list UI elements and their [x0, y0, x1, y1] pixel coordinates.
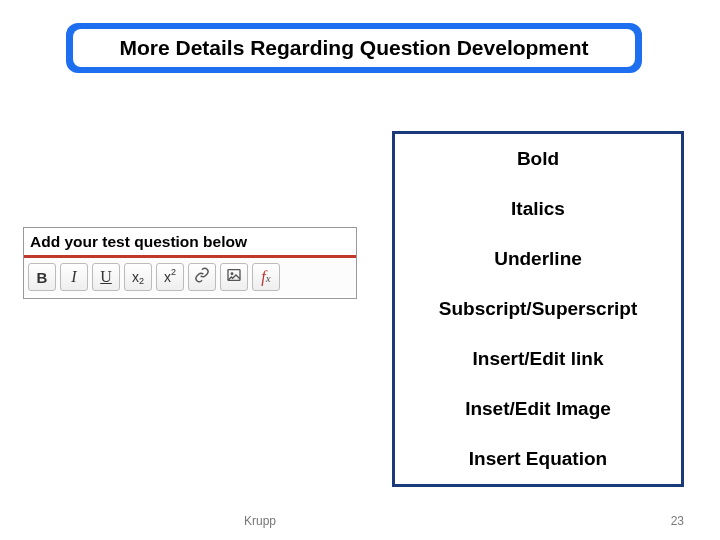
title-bar: More Details Regarding Question Developm… — [66, 23, 642, 73]
superscript-button[interactable]: x2 — [156, 263, 184, 291]
footer-author: Krupp — [244, 514, 276, 528]
svg-point-1 — [231, 273, 233, 275]
features-list: Bold Italics Underline Subscript/Supersc… — [392, 131, 684, 487]
link-icon — [194, 267, 210, 287]
slide-title: More Details Regarding Question Developm… — [73, 29, 635, 67]
footer-page-number: 23 — [671, 514, 684, 528]
feature-link: Insert/Edit link — [395, 334, 681, 384]
editor-widget: Add your test question below B I U x2 x2 — [23, 227, 357, 299]
feature-sub-sup: Subscript/Superscript — [395, 284, 681, 334]
feature-underline: Underline — [395, 234, 681, 284]
editor-prompt: Add your test question below — [24, 228, 356, 258]
image-icon — [226, 267, 242, 287]
image-button[interactable] — [220, 263, 248, 291]
bold-button[interactable]: B — [28, 263, 56, 291]
fx-icon: fx — [261, 268, 270, 286]
feature-image: Inset/Edit Image — [395, 384, 681, 434]
feature-bold: Bold — [395, 134, 681, 184]
editor-toolbar: B I U x2 x2 — [24, 258, 356, 296]
feature-equation: Insert Equation — [395, 434, 681, 484]
equation-button[interactable]: fx — [252, 263, 280, 291]
link-button[interactable] — [188, 263, 216, 291]
italic-button[interactable]: I — [60, 263, 88, 291]
subscript-button[interactable]: x2 — [124, 263, 152, 291]
underline-button[interactable]: U — [92, 263, 120, 291]
feature-italics: Italics — [395, 184, 681, 234]
